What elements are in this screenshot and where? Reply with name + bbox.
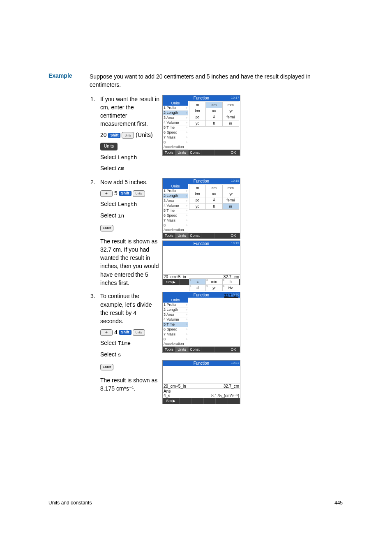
shift-key: Shift bbox=[108, 133, 120, 138]
clock: 10:17 bbox=[231, 96, 239, 99]
result-line-1: 20_cm+5_in 32.7_cm bbox=[163, 384, 240, 388]
step-2-text: Now add 5 inches. 5 Shift Units bbox=[100, 178, 160, 289]
menu-speed: 6 Speed› bbox=[163, 130, 188, 135]
menu-length: 2 Length› bbox=[163, 111, 188, 116]
select-length: Length bbox=[118, 155, 137, 161]
section-heading: Example bbox=[48, 72, 90, 79]
menu-mass: 7 Mass› bbox=[163, 135, 188, 140]
step-number: 1. bbox=[90, 95, 100, 103]
calc-screenshot-4: Function 10:20 Units 1 Prefix› 2 Length›… bbox=[162, 292, 240, 353]
select-time: Time bbox=[118, 340, 131, 347]
enter-key: Enter bbox=[100, 364, 113, 370]
units-label-paren: (Units) bbox=[136, 132, 152, 138]
tab-tools: Tools bbox=[163, 150, 175, 155]
units-menu: Units 1 Prefix› 2 Length› 3 Area› 4 Volu… bbox=[163, 101, 188, 150]
plus-key bbox=[100, 190, 113, 197]
ans-line: Ans bbox=[163, 388, 240, 393]
step-number: 3. bbox=[90, 292, 100, 300]
menu-accel: 8 Acceleration› bbox=[163, 140, 188, 150]
clock: 10:21 bbox=[231, 361, 239, 365]
units-key: Units bbox=[133, 329, 145, 336]
select-length: Length bbox=[118, 201, 137, 208]
result-line-2: 4_s 8.175_(cm*s⁻¹) bbox=[163, 393, 240, 398]
calc-screenshot-1: Function 10:17 Units 1 Prefix› 2 Length›… bbox=[162, 95, 240, 156]
literal-20: 20 bbox=[100, 132, 107, 138]
step-1-text: If you want the result in cm, enter the … bbox=[100, 95, 160, 176]
divide-key bbox=[100, 329, 113, 336]
shift-key: Shift bbox=[119, 191, 131, 196]
step-number: 2. bbox=[90, 178, 100, 186]
literal-5: 5 bbox=[114, 190, 119, 197]
units-soft-button: Units bbox=[100, 143, 118, 150]
calc-header: Function 10:17 bbox=[163, 95, 240, 101]
footer-left: Units and constants bbox=[48, 500, 92, 506]
tab-units: Units bbox=[175, 150, 188, 155]
select-in: in bbox=[118, 213, 125, 219]
footer-page-number: 445 bbox=[334, 500, 343, 506]
prev-result: 32.7_cm bbox=[224, 294, 238, 298]
tab-ok: OK bbox=[227, 150, 240, 155]
enter-key: Enter bbox=[100, 225, 113, 231]
menu-area: 3 Area› bbox=[163, 116, 188, 120]
clock: 10:18 bbox=[231, 179, 239, 183]
select-s: s bbox=[118, 352, 121, 358]
literal-4: 4 bbox=[114, 329, 119, 335]
menu-volume: 4 Volume› bbox=[163, 120, 188, 125]
menu-prefix: 1 Prefix› bbox=[163, 106, 188, 111]
tab-sto: Sto ▶ bbox=[163, 279, 180, 285]
select-cm: cm bbox=[118, 166, 125, 172]
shift-key: Shift bbox=[119, 330, 131, 335]
intro-text: Suppose you want to add 20 centimeters a… bbox=[90, 72, 343, 89]
page-footer: Units and constants 445 bbox=[48, 498, 343, 506]
clock: 10:19 bbox=[231, 241, 239, 245]
units-key: Units bbox=[133, 190, 145, 197]
step-3-text: To continue the example, let's divide th… bbox=[100, 292, 160, 395]
units-key: Units bbox=[122, 132, 134, 139]
menu-time: 5 Time› bbox=[163, 125, 188, 130]
calc-footer: Tools Units Const OK bbox=[163, 150, 240, 155]
calc-screenshot-2: Function 10:18 Units 1 Prefix› 2 Length›… bbox=[162, 178, 240, 239]
length-grid: mcmmm kmaulyr pcÅfermi ydftin bbox=[189, 102, 239, 127]
calc-screenshot-5: Function 10:21 20_cm+5_in 32.7_cm bbox=[162, 360, 240, 404]
tab-const: Const bbox=[189, 150, 201, 155]
